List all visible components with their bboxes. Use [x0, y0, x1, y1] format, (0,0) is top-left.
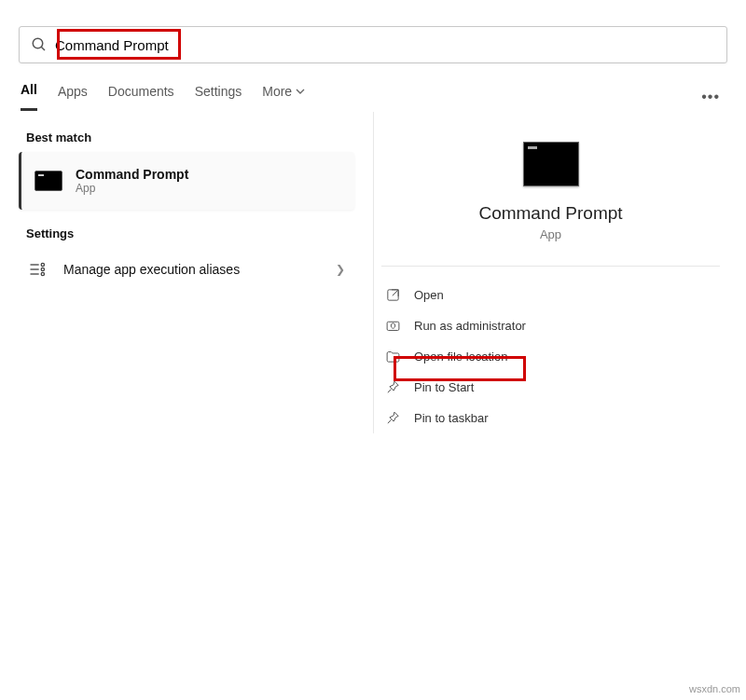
- best-match-title: Command Prompt: [76, 167, 188, 182]
- best-match-result[interactable]: Command Prompt App: [19, 152, 354, 210]
- pin-icon: [385, 410, 401, 426]
- action-pin-to-start[interactable]: Pin to Start: [380, 372, 722, 403]
- watermark: wsxdn.com: [689, 683, 740, 694]
- tab-documents[interactable]: Documents: [108, 84, 174, 110]
- pin-icon: [385, 379, 401, 395]
- svg-line-1: [41, 47, 45, 50]
- settings-item-label: Manage app execution aliases: [63, 262, 240, 277]
- svg-point-6: [41, 268, 44, 270]
- svg-point-0: [33, 38, 43, 48]
- chevron-right-icon: ❯: [336, 263, 345, 276]
- aliases-icon: [28, 260, 47, 279]
- tab-settings[interactable]: Settings: [195, 84, 242, 110]
- best-match-subtitle: App: [76, 182, 188, 195]
- action-label: Open file location: [414, 350, 507, 364]
- search-input[interactable]: [55, 37, 715, 53]
- tab-more-label: More: [262, 84, 292, 99]
- best-match-label: Best match: [19, 125, 354, 152]
- action-label: Open: [414, 288, 444, 302]
- action-label: Run as administrator: [414, 319, 526, 333]
- command-prompt-icon: [35, 171, 62, 191]
- svg-line-12: [388, 420, 392, 424]
- divider: [381, 266, 720, 267]
- settings-item-aliases[interactable]: Manage app execution aliases ❯: [19, 248, 354, 291]
- command-prompt-large-icon: [523, 142, 579, 186]
- search-box[interactable]: [19, 26, 727, 63]
- action-label: Pin to Start: [414, 380, 474, 394]
- result-preview: Command Prompt App: [374, 132, 727, 266]
- action-open[interactable]: Open: [380, 280, 722, 310]
- action-run-as-administrator[interactable]: Run as administrator: [380, 310, 722, 341]
- preview-subtitle: App: [540, 227, 561, 241]
- svg-point-5: [41, 263, 44, 266]
- tab-apps[interactable]: Apps: [58, 84, 88, 110]
- search-icon: [31, 36, 48, 53]
- filter-tabs: All Apps Documents Settings More •••: [0, 75, 746, 112]
- preview-title: Command Prompt: [478, 203, 622, 224]
- chevron-down-icon: [296, 87, 305, 96]
- settings-section-label: Settings: [19, 221, 354, 248]
- action-label: Pin to taskbar: [414, 411, 489, 425]
- shield-icon: [385, 318, 401, 334]
- folder-icon: [385, 349, 401, 364]
- svg-line-9: [393, 290, 398, 295]
- action-open-file-location[interactable]: Open file location: [380, 341, 722, 372]
- svg-point-7: [41, 272, 44, 275]
- svg-line-11: [388, 390, 392, 393]
- open-icon: [385, 287, 401, 303]
- tab-all[interactable]: All: [21, 82, 37, 111]
- tab-more[interactable]: More: [262, 84, 305, 110]
- more-options-button[interactable]: •••: [701, 89, 725, 105]
- action-pin-to-taskbar[interactable]: Pin to taskbar: [380, 403, 722, 433]
